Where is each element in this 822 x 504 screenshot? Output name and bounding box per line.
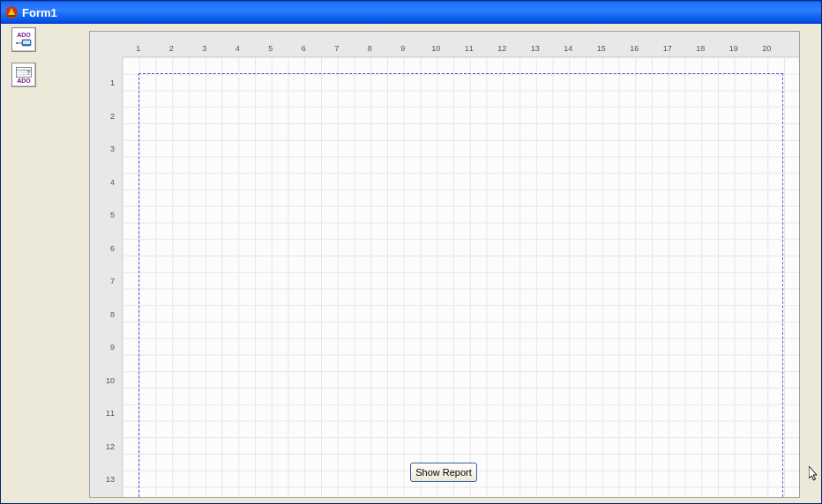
h-tick: 6: [288, 44, 321, 56]
h-tick: 9: [386, 44, 420, 56]
app-icon: [4, 5, 19, 19]
h-tick: 4: [221, 44, 255, 56]
v-tick: 3: [90, 133, 122, 167]
h-tick: 3: [188, 44, 221, 56]
h-tick: 10: [420, 44, 453, 56]
ado-connection-component[interactable]: ADO: [11, 27, 36, 52]
h-tick: 11: [452, 44, 486, 56]
v-tick: 9: [90, 331, 122, 365]
svg-text:?: ?: [26, 70, 30, 76]
v-tick: 5: [90, 199, 122, 233]
ado-query-icon: ?: [16, 67, 32, 78]
vertical-ruler: 1 2 3 4 5 6 7 8 9 10 11 12 13: [90, 67, 122, 497]
v-tick: 13: [90, 463, 122, 497]
h-tick: 1: [122, 44, 155, 56]
v-tick: 4: [90, 167, 122, 200]
form-designer-surface[interactable]: ADO ?: [1, 24, 821, 503]
report-page[interactable]: [122, 56, 799, 497]
h-tick: 18: [684, 44, 718, 56]
titlebar[interactable]: Form1: [1, 1, 821, 24]
v-tick: 6: [90, 233, 122, 266]
report-preview[interactable]: 1 2 3 4 5 6 7 8 9 10 11 12 13 14 15 16 1: [89, 31, 800, 498]
svg-rect-3: [23, 41, 30, 44]
v-tick: 10: [90, 365, 122, 398]
h-tick: 14: [552, 44, 586, 56]
h-tick: 13: [519, 44, 552, 56]
svg-rect-1: [7, 15, 16, 17]
h-tick: 16: [618, 44, 652, 56]
h-tick: 7: [320, 44, 354, 56]
ado-connection-label: ADO: [17, 32, 31, 38]
window-title: Form1: [22, 6, 57, 19]
h-tick: 19: [717, 44, 751, 56]
h-tick: 5: [254, 44, 288, 56]
h-tick: 2: [155, 44, 189, 56]
form-window: Form1 ADO: [0, 0, 822, 504]
ado-query-label: ADO: [17, 78, 31, 84]
h-tick: 12: [486, 44, 519, 56]
v-tick: 1: [90, 67, 122, 100]
v-tick: 2: [90, 100, 122, 134]
preview-workspace: 1 2 3 4 5 6 7 8 9 10 11 12 13 14 15 16 1: [90, 32, 799, 497]
horizontal-ruler: 1 2 3 4 5 6 7 8 9 10 11 12 13 14 15 16 1: [122, 32, 799, 56]
h-tick: 8: [354, 44, 387, 56]
ado-query-component[interactable]: ? ADO: [11, 63, 36, 87]
v-tick: 12: [90, 431, 122, 464]
h-tick: 15: [585, 44, 618, 56]
svg-point-4: [16, 42, 18, 44]
h-tick: 20: [751, 44, 784, 56]
show-report-button[interactable]: Show Report: [410, 463, 477, 482]
ado-connection-icon: [16, 38, 32, 48]
h-tick: 17: [651, 44, 684, 56]
cursor-icon: [809, 466, 819, 482]
v-tick: 7: [90, 265, 122, 299]
v-tick: 11: [90, 397, 122, 431]
v-tick: 8: [90, 299, 122, 332]
page-margin-frame: [138, 73, 783, 497]
